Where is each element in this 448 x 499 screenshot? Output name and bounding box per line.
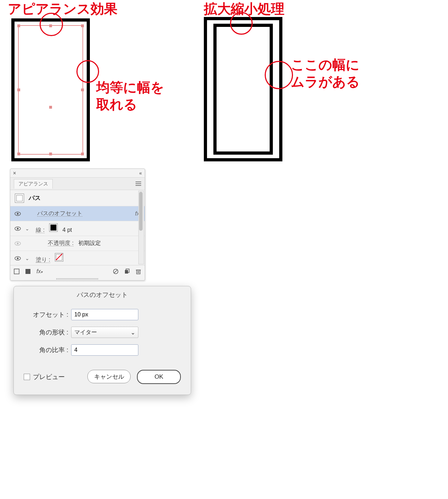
anchor-handle	[17, 24, 20, 27]
svg-point-5	[17, 242, 19, 244]
annotation-text: ムラがある	[291, 74, 360, 89]
tab-appearance[interactable]: アピアランス	[14, 179, 53, 189]
annotation-text: ここの幅に	[291, 57, 360, 72]
row-fill[interactable]: ⌄ 塗り :	[10, 251, 145, 265]
offset-row: オフセット :	[25, 309, 179, 320]
svg-line-13	[114, 270, 117, 273]
close-icon[interactable]: ×	[13, 170, 16, 176]
join-label: 角の形状 :	[25, 328, 71, 337]
miter-input[interactable]	[71, 344, 138, 356]
diagram-scale-copy	[204, 17, 282, 161]
eye-icon	[15, 241, 21, 246]
scrollbar-thumb[interactable]	[139, 192, 143, 231]
annotation-text: 取れる	[96, 97, 137, 112]
eye-icon	[15, 256, 21, 260]
annotation-right-side: ここの幅に ムラがある	[291, 57, 360, 90]
panel-footer: fx▾	[10, 265, 145, 277]
anchor-handle	[81, 24, 84, 27]
opacity-label[interactable]: 不透明度 :	[48, 240, 74, 246]
ok-button[interactable]: OK	[137, 370, 181, 384]
svg-rect-14	[125, 270, 128, 274]
expand-toggle[interactable]: ⌄	[25, 226, 36, 231]
highlight-circle	[76, 60, 99, 83]
panel-top-bar: × «	[10, 169, 145, 178]
scrollbar[interactable]	[138, 191, 144, 264]
offset-path-dialog: パスのオフセット オフセット : 角の形状 : マイター ⌄ 角の比率 : プレ…	[13, 286, 191, 395]
preview-checkbox[interactable]: プレビュー	[24, 373, 65, 381]
panel-tab-bar: アピアランス	[10, 178, 145, 190]
row-offset-path-effect[interactable]: パスのオフセット fx	[10, 206, 145, 221]
miter-label: 角の比率 :	[25, 346, 71, 354]
center-point	[49, 106, 52, 109]
offset-input[interactable]	[71, 309, 138, 320]
fx-menu-icon[interactable]: fx▾	[36, 268, 42, 275]
row-stroke-opacity[interactable]: 不透明度 : 初期設定	[10, 236, 145, 251]
svg-point-1	[17, 213, 19, 214]
anchor-handle	[81, 153, 84, 155]
highlight-circle	[40, 13, 63, 36]
miter-row: 角の比率 :	[25, 344, 179, 356]
thumbnail-icon	[15, 194, 24, 203]
eye-icon	[15, 226, 21, 231]
visibility-toggle[interactable]	[10, 226, 25, 231]
eye-icon	[15, 212, 21, 216]
chevron-down-icon: ⌄	[131, 329, 135, 336]
checkbox-icon	[24, 374, 30, 380]
opacity-value[interactable]: 初期設定	[78, 240, 101, 246]
visibility-toggle[interactable]	[10, 241, 25, 246]
preview-label: プレビュー	[33, 373, 65, 381]
effect-name[interactable]: パスのオフセット	[37, 210, 82, 217]
highlight-circle	[230, 12, 253, 35]
annotation-left-title: アピアランス効果	[8, 1, 117, 18]
filled-square-icon[interactable]	[25, 269, 31, 274]
anchor-handle	[17, 153, 20, 155]
anchor-handle	[17, 88, 20, 91]
row-stroke[interactable]: ⌄ 線 : 4 pt	[10, 221, 145, 236]
join-value: マイター	[74, 329, 97, 336]
visibility-toggle[interactable]	[10, 212, 25, 216]
svg-rect-10	[14, 269, 19, 274]
panel-menu-icon[interactable]	[136, 182, 141, 186]
anchor-handle	[81, 88, 84, 91]
duplicate-icon[interactable]	[124, 269, 130, 274]
fill-color-swatch[interactable]	[55, 253, 63, 262]
offset-label: オフセット :	[25, 310, 71, 319]
inner-rect-selected	[18, 25, 83, 155]
panel-body: パス パスのオフセット fx ⌄ 線 : 4 pt	[10, 190, 145, 265]
stroke-weight-value[interactable]: 4 pt	[63, 227, 72, 233]
stroke-label[interactable]: 線 :	[36, 227, 45, 233]
stroke-color-swatch[interactable]	[49, 223, 58, 232]
clear-icon[interactable]	[113, 269, 119, 274]
svg-point-7	[17, 257, 19, 259]
inner-rect	[213, 24, 273, 155]
appearance-panel: × « アピアランス パス パスのオフセット fx ⌄ 線 :	[10, 168, 145, 281]
visibility-toggle[interactable]	[10, 256, 25, 260]
svg-point-3	[17, 228, 19, 229]
highlight-circle	[265, 61, 293, 89]
expand-toggle[interactable]: ⌄	[25, 256, 36, 261]
object-type-label: パス	[29, 194, 131, 202]
anchor-handle	[49, 153, 52, 155]
join-select[interactable]: マイター ⌄	[71, 327, 138, 338]
join-row: 角の形状 : マイター ⌄	[25, 327, 179, 338]
diagram-appearance-offset	[11, 18, 90, 161]
trash-icon[interactable]	[136, 269, 141, 274]
dialog-title: パスのオフセット	[14, 286, 191, 307]
collapse-icon[interactable]: «	[139, 170, 142, 176]
row-object-type: パス	[10, 190, 145, 206]
no-stroke-icon[interactable]	[14, 269, 19, 274]
svg-rect-11	[25, 269, 30, 274]
annotation-left-side: 均等に幅を 取れる	[96, 79, 164, 113]
resize-grip[interactable]	[10, 277, 145, 280]
cancel-button[interactable]: キャンセル	[87, 370, 131, 383]
fill-label[interactable]: 塗り :	[36, 257, 50, 263]
annotation-text: 均等に幅を	[96, 80, 164, 95]
